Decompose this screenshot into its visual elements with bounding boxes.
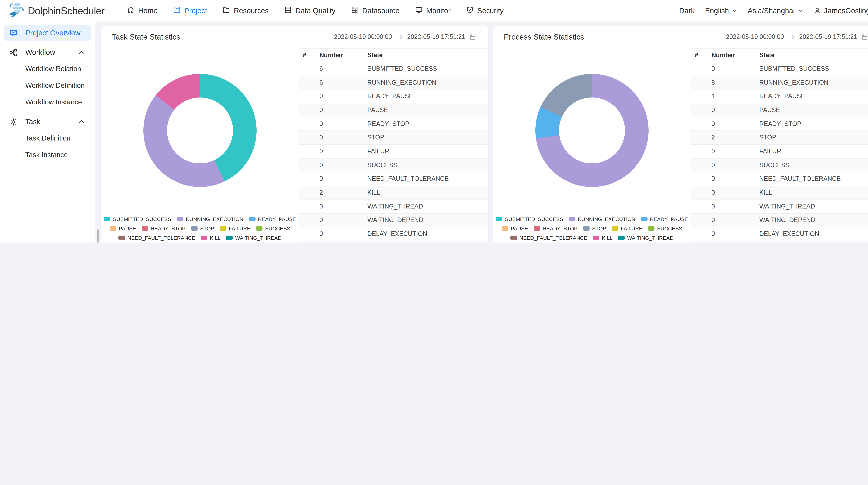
date-range-picker[interactable]: 2022-05-19 00:00:00 2022-05-19 17:51:21 [329, 30, 481, 44]
sidebar-item-workflow[interactable]: Workflow [4, 44, 91, 60]
sidebar-item-workflow-relation[interactable]: Workflow Relation [4, 60, 91, 77]
nav-item-resources[interactable]: Resources [222, 6, 269, 15]
legend-label: WAITING_THREAD [627, 235, 674, 241]
legend-item-kill[interactable]: KILL [201, 235, 221, 241]
legend-item-submitted_success[interactable]: SUBMITTED_SUCCESS [496, 216, 563, 222]
process-state-donut-panel: SUBMITTED_SUCCESSRUNNING_EXECUTIONREADY_… [493, 48, 690, 243]
table-row: 0PAUSE [299, 103, 488, 117]
task-state-table: #NumberState6SUBMITTED_SUCCESS6RUNNING_E… [299, 48, 488, 243]
legend-item-submitted_success[interactable]: SUBMITTED_SUCCESS [104, 216, 171, 222]
table-row: 2STOP [690, 131, 868, 145]
sidebar-item-workflow-instance[interactable]: Workflow Instance [4, 94, 91, 110]
table-row: 0FAILURE [690, 145, 868, 158]
state-cell: DELAY_EXECUTION [759, 230, 868, 238]
legend-item-need_fault_tolerance[interactable]: NEED_FAULT_TOLERANCE [510, 235, 587, 241]
theme-toggle[interactable]: Dark [679, 7, 695, 15]
table-header-row: #NumberState [299, 48, 488, 62]
number-cell: 0 [711, 148, 759, 155]
brand[interactable]: DolphinScheduler [8, 2, 104, 20]
legend-item-success[interactable]: SUCCESS [256, 226, 290, 231]
number-cell: 0 [319, 134, 367, 141]
legend-row: SUBMITTED_SUCCESSRUNNING_EXECUTIONREADY_… [101, 216, 299, 222]
legend-item-ready_pause[interactable]: READY_PAUSE [641, 216, 688, 222]
date-range-picker[interactable]: 2022-05-19 00:00:00 2022-05-19 17:51:21 [721, 30, 868, 44]
legend-item-ready_pause[interactable]: READY_PAUSE [249, 216, 296, 222]
sidebar-item-task-definition[interactable]: Task Definition [4, 130, 91, 147]
state-cell: STOP [367, 134, 488, 141]
legend-color-chip [648, 226, 655, 231]
legend-item-failure[interactable]: FAILURE [612, 226, 643, 231]
number-cell: 0 [711, 65, 759, 72]
state-cell: WAITING_DEPEND [367, 217, 488, 224]
nav-right-controls: Dark English Asia/Shanghai JamesGosling [679, 7, 868, 15]
legend-item-success[interactable]: SUCCESS [648, 226, 682, 231]
state-cell: KILL [367, 189, 488, 196]
user-menu[interactable]: JamesGosling [813, 7, 868, 15]
legend-item-running_execution[interactable]: RUNNING_EXECUTION [177, 216, 243, 222]
table-row: 0DELAY_EXECUTION [299, 227, 488, 241]
legend-item-stop[interactable]: STOP [583, 226, 606, 231]
state-cell: RUNNING_EXECUTION [759, 79, 868, 86]
legend-label: NEED_FAULT_TOLERANCE [127, 235, 195, 241]
timezone-select[interactable]: Asia/Shanghai [748, 7, 803, 15]
user-icon [813, 7, 821, 14]
table-column-header: State [367, 52, 488, 59]
state-cell: NEED_FAULT_TOLERANCE [367, 175, 488, 183]
legend-color-chip [641, 217, 648, 221]
legend-label: FAILURE [229, 226, 250, 231]
legend-item-waiting_thread[interactable]: WAITING_THREAD [226, 235, 282, 241]
calendar-icon [469, 34, 476, 40]
legend-label: SUCCESS [265, 226, 290, 231]
table-row: 0PAUSE [690, 103, 868, 117]
table-header-row: #NumberState [690, 48, 868, 62]
table-column-header: Number [711, 52, 759, 59]
legend-item-need_fault_tolerance[interactable]: NEED_FAULT_TOLERANCE [118, 235, 195, 241]
legend-color-chip [583, 226, 590, 231]
nav-item-monitor[interactable]: Monitor [415, 6, 451, 15]
legend-color-chip [191, 226, 198, 231]
nav-item-data-quality[interactable]: Data Quality [284, 6, 335, 15]
number-cell: 0 [711, 161, 759, 169]
table-row: 0SUBMITTED_SUCCESS [690, 62, 868, 76]
language-select[interactable]: English [705, 7, 737, 15]
nav-item-home[interactable]: Home [127, 6, 158, 15]
table-row: 0READY_PAUSE [299, 90, 488, 103]
number-cell: 0 [319, 217, 367, 224]
legend-item-stop[interactable]: STOP [191, 226, 214, 231]
legend-label: KILL [602, 235, 613, 241]
legend-item-pause[interactable]: PAUSE [502, 226, 528, 231]
legend-row: SUBMITTED_SUCCESSRUNNING_EXECUTIONREADY_… [493, 216, 690, 222]
sidebar-item-task-instance[interactable]: Task Instance [4, 147, 91, 163]
legend-color-chip [142, 226, 148, 231]
folder-icon [222, 6, 230, 15]
table-row: 8RUNNING_EXECUTION [690, 76, 868, 90]
legend-color-chip [220, 226, 226, 231]
number-cell: 0 [319, 175, 367, 183]
legend-item-running_execution[interactable]: RUNNING_EXECUTION [569, 216, 636, 222]
table-row: 6SUBMITTED_SUCCESS [299, 62, 488, 76]
legend-label: FAILURE [621, 226, 643, 231]
legend-label: PAUSE [511, 226, 528, 231]
table-row: 0WAITING_THREAD [299, 200, 488, 214]
chevron-down-icon [798, 8, 803, 13]
state-cell: WAITING_THREAD [367, 203, 488, 210]
number-cell: 0 [711, 189, 759, 196]
sidebar-item-task[interactable]: Task [4, 114, 91, 130]
legend-color-chip [256, 226, 262, 231]
nav-item-datasource[interactable]: Datasource [351, 6, 400, 15]
legend-item-ready_stop[interactable]: READY_STOP [534, 226, 578, 231]
legend-color-chip [534, 226, 540, 231]
legend-item-ready_stop[interactable]: READY_STOP [142, 226, 186, 231]
legend-item-pause[interactable]: PAUSE [110, 226, 136, 231]
nav-item-project[interactable]: Project [173, 6, 207, 15]
state-cell: SUCCESS [367, 161, 488, 169]
legend-item-kill[interactable]: KILL [593, 235, 613, 241]
number-cell: 0 [711, 203, 759, 210]
sidebar-item-workflow-definition[interactable]: Workflow Definition [4, 77, 91, 94]
sidebar-item-project-overview[interactable]: Project Overview [4, 25, 91, 41]
state-cell: SUCCESS [759, 161, 868, 169]
nav-item-security[interactable]: Security [466, 6, 504, 15]
legend-label: READY_STOP [543, 226, 578, 231]
legend-item-failure[interactable]: FAILURE [220, 226, 250, 231]
legend-item-waiting_thread[interactable]: WAITING_THREAD [618, 235, 674, 241]
